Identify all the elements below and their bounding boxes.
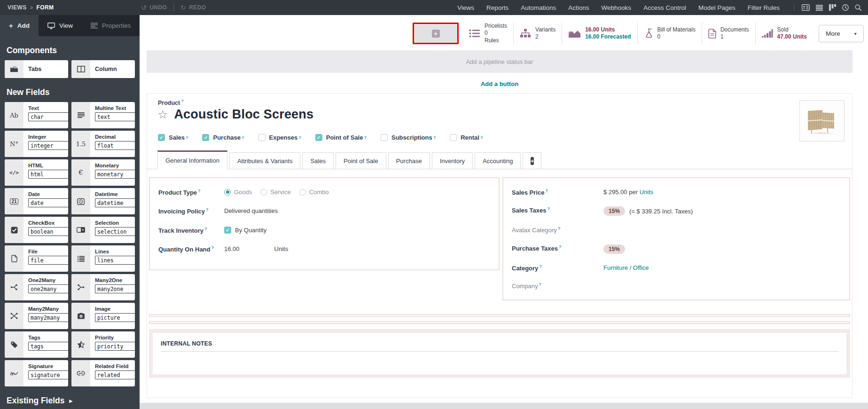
search-icon[interactable] xyxy=(855,4,861,11)
field-tech-name-input[interactable] xyxy=(28,256,68,265)
new-field-integer[interactable]: N° Integer xyxy=(5,131,68,157)
new-field-many2one[interactable]: Many2One xyxy=(71,274,135,300)
new-field-image[interactable]: Image xyxy=(71,303,135,329)
sidebar-tab-add[interactable]: + Add xyxy=(0,15,39,36)
radio-service[interactable]: Service xyxy=(260,189,290,196)
drop-zone-placeholder[interactable] xyxy=(149,314,850,317)
activity-view-icon[interactable] xyxy=(842,4,849,11)
form-view-icon[interactable] xyxy=(802,4,810,11)
tab-point-of-sale[interactable]: Point of Sale xyxy=(336,152,386,169)
new-field-many2many[interactable]: Many2Many xyxy=(5,303,68,329)
stat-units-forecasted[interactable]: 16.00 Units16.00 Forecasted xyxy=(562,23,637,44)
field-tech-name-input[interactable] xyxy=(28,112,68,121)
redo-button[interactable]: ↻ REDO xyxy=(180,4,206,11)
breadcrumb-views[interactable]: VIEWS xyxy=(8,4,27,11)
field-tech-name-input[interactable] xyxy=(28,313,68,322)
field-tech-name-input[interactable] xyxy=(95,370,135,379)
favorite-star-icon[interactable]: ☆ xyxy=(157,108,168,121)
new-field-checkbox[interactable]: CheckBox xyxy=(5,217,68,243)
field-tech-name-input[interactable] xyxy=(95,141,135,150)
tab-general-information[interactable]: General Information xyxy=(157,150,227,169)
add-stat-button[interactable]: + xyxy=(414,24,457,43)
menu-filter-rules[interactable]: Filter Rules xyxy=(748,4,780,11)
radio-goods[interactable]: Goods xyxy=(224,189,252,196)
stat-sold[interactable]: Sold47.00 Units xyxy=(755,23,813,44)
radio-combo[interactable]: Combo xyxy=(299,189,329,196)
field-tech-name-input[interactable] xyxy=(28,342,68,351)
sales-price-uom-link[interactable]: Units xyxy=(640,189,654,196)
stat-pricelists[interactable]: Pricelists0Rules xyxy=(463,23,513,44)
checkbox-expenses[interactable]: ✓ Expenses? xyxy=(258,134,301,141)
new-field-monetary[interactable]: € Monetary xyxy=(71,159,135,186)
component-column[interactable]: Column xyxy=(71,60,135,78)
new-field-date[interactable]: 21 Date xyxy=(5,188,68,214)
tab-attributes-variants[interactable]: Attributes & Variants xyxy=(229,152,301,169)
new-field-html[interactable]: </> HTML xyxy=(5,159,68,186)
stat-bill-of-materials[interactable]: Bill of Materials0 xyxy=(637,23,702,44)
stat-variants[interactable]: Variants2 xyxy=(513,23,562,44)
quantity-value[interactable]: 16.00 xyxy=(224,245,240,252)
menu-automations[interactable]: Automations xyxy=(521,4,556,11)
field-tech-name-input[interactable] xyxy=(95,112,135,121)
new-field-signature[interactable]: Signature xyxy=(5,360,68,386)
add-tab-button[interactable]: + xyxy=(523,152,541,169)
new-field-one2many[interactable]: One2Many xyxy=(5,274,68,300)
field-tech-name-input[interactable] xyxy=(28,198,68,207)
undo-button[interactable]: ↺ UNDO xyxy=(141,4,167,11)
more-dropdown[interactable]: More ▾ xyxy=(819,25,864,42)
field-tech-name-input[interactable] xyxy=(28,284,68,293)
field-tech-name-input[interactable] xyxy=(95,227,135,236)
checkbox-sales[interactable]: ✓ Sales? xyxy=(158,134,188,141)
checkbox-purchase[interactable]: ✓ Purchase? xyxy=(202,134,244,141)
field-tech-name-input[interactable] xyxy=(28,370,68,379)
new-field-file[interactable]: File xyxy=(5,245,68,272)
sales-tax-tag[interactable]: 15% xyxy=(603,206,625,216)
add-a-button-link[interactable]: Add a button xyxy=(147,80,852,87)
field-tech-name-input[interactable] xyxy=(95,313,135,322)
pipeline-status-bar-placeholder[interactable]: Add a pipeline status bar xyxy=(147,50,852,73)
menu-views[interactable]: Views xyxy=(457,4,474,11)
kanban-view-icon[interactable] xyxy=(829,4,836,11)
menu-actions[interactable]: Actions xyxy=(568,4,589,11)
field-tech-name-input[interactable] xyxy=(95,170,135,179)
new-field-datetime[interactable]: Datetime xyxy=(71,188,135,214)
tab-purchase[interactable]: Purchase xyxy=(388,152,430,169)
tab-sales[interactable]: Sales xyxy=(302,152,334,169)
field-tech-name-input[interactable] xyxy=(28,227,68,236)
checkbox-icon[interactable]: ✓ xyxy=(224,227,231,234)
new-field-tags[interactable]: Tags xyxy=(5,331,68,358)
field-tech-name-input[interactable] xyxy=(28,141,68,150)
menu-model-pages[interactable]: Model Pages xyxy=(698,4,735,11)
sidebar-tab-properties[interactable]: Properties xyxy=(82,15,140,36)
category-link[interactable]: Furniture / Office xyxy=(603,264,649,271)
menu-reports[interactable]: Reports xyxy=(486,4,508,11)
new-field-priority[interactable]: Priority xyxy=(71,331,135,358)
new-field-decimal[interactable]: 1.5 Decimal xyxy=(71,131,135,157)
invoicing-policy-value[interactable]: Delivered quantities xyxy=(224,207,278,214)
sales-price-value[interactable]: $ 295.00 per xyxy=(603,189,638,196)
new-field-related[interactable]: Related Field xyxy=(71,360,135,386)
field-tech-name-input[interactable] xyxy=(28,170,68,179)
menu-access-control[interactable]: Access Control xyxy=(643,4,686,11)
checkbox-point-of-sale[interactable]: ✓ Point of Sale? xyxy=(315,134,367,141)
existing-fields-toggle[interactable]: Existing Fields ▸ xyxy=(7,396,135,406)
drop-zone-placeholder[interactable] xyxy=(149,321,850,324)
internal-notes-section[interactable]: INTERNAL NOTES xyxy=(149,329,850,378)
sidebar-tab-view[interactable]: View xyxy=(39,15,82,36)
new-field-multiline-text[interactable]: Multine Text xyxy=(71,102,135,128)
field-tech-name-input[interactable] xyxy=(95,198,135,207)
new-field-lines[interactable]: Lines xyxy=(71,245,135,272)
new-field-selection[interactable]: Selection xyxy=(71,217,135,243)
product-image-field[interactable] xyxy=(799,100,845,142)
field-tech-name-input[interactable] xyxy=(95,284,135,293)
checkbox-subscriptions[interactable]: ✓ Subscriptions? xyxy=(381,134,436,141)
purchase-tax-tag[interactable]: 15% xyxy=(603,244,625,254)
tab-inventory[interactable]: Inventory xyxy=(432,152,473,169)
tab-accounting[interactable]: Accounting xyxy=(475,152,521,169)
field-tech-name-input[interactable] xyxy=(95,342,135,351)
field-tech-name-input[interactable] xyxy=(95,256,135,265)
menu-webhooks[interactable]: Webhooks xyxy=(602,4,632,11)
component-tabs[interactable]: Tabs xyxy=(5,60,68,78)
list-view-icon[interactable] xyxy=(816,5,823,11)
stat-documents[interactable]: Documents1 xyxy=(702,23,755,44)
